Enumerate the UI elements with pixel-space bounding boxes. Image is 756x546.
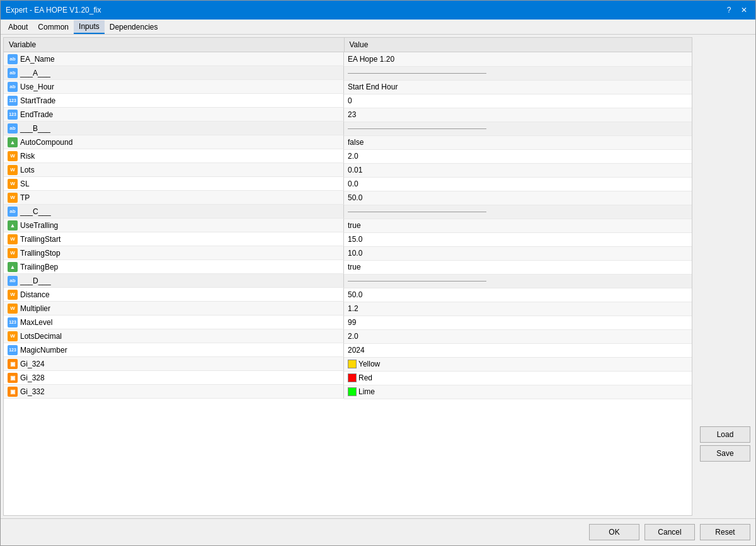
type-icon-123: 123 bbox=[8, 96, 18, 106]
table-row[interactable]: ab___D___ bbox=[4, 274, 692, 288]
type-icon-double: W bbox=[8, 165, 18, 175]
table-row[interactable]: ▣Gi_324Yellow bbox=[4, 357, 692, 371]
table-row[interactable]: ▣Gi_328Red bbox=[4, 371, 692, 385]
variable-value: Red bbox=[344, 371, 692, 385]
col-value-header: Value bbox=[344, 38, 692, 52]
variable-value: Lime bbox=[344, 385, 692, 399]
menu-item-about[interactable]: About bbox=[3, 20, 33, 34]
table-row[interactable]: abEA_NameEA Hope 1.20 bbox=[4, 52, 692, 67]
type-icon-ab: ab bbox=[8, 207, 18, 217]
variable-name: Gi_324 bbox=[20, 360, 340, 368]
table-row[interactable]: 123MagicNumber2024 bbox=[4, 343, 692, 357]
table-row[interactable]: WLotsDecimal2.0 bbox=[4, 329, 692, 343]
title-controls: ? ✕ bbox=[723, 4, 750, 16]
table-row[interactable]: WTrallingStart15.0 bbox=[4, 232, 692, 246]
variable-value: 15.0 bbox=[344, 232, 692, 246]
table-row[interactable]: 123EndTrade23 bbox=[4, 108, 692, 122]
variable-value: false bbox=[344, 135, 692, 149]
table-row[interactable]: WMultiplier1.2 bbox=[4, 302, 692, 316]
table-row[interactable]: ▲TrailingBeptrue bbox=[4, 260, 692, 274]
variable-name: Risk bbox=[20, 152, 340, 161]
type-icon-double: W bbox=[8, 304, 18, 314]
type-icon-color: ▣ bbox=[8, 387, 18, 397]
table-row[interactable]: abUse_HourStart End Hour bbox=[4, 80, 692, 94]
variable-value: 10.0 bbox=[344, 246, 692, 260]
variable-name: TrallingStop bbox=[20, 249, 340, 258]
table-row[interactable]: 123StartTrade0 bbox=[4, 94, 692, 108]
table-row[interactable]: ▲AutoCompoundfalse bbox=[4, 135, 692, 149]
side-buttons-area: Load Save bbox=[700, 426, 750, 462]
table-row[interactable]: ▲UseTrallingtrue bbox=[4, 219, 692, 232]
variable-name: TP bbox=[20, 193, 340, 202]
ok-button[interactable]: OK bbox=[589, 524, 639, 540]
variable-value: 2.0 bbox=[344, 149, 692, 163]
type-icon-ab: ab bbox=[8, 82, 18, 92]
variable-name: StartTrade bbox=[20, 96, 340, 105]
type-icon-bool: ▲ bbox=[8, 262, 18, 272]
type-icon-ab: ab bbox=[8, 276, 18, 286]
table-row[interactable]: ab___C___ bbox=[4, 205, 692, 219]
main-window: Expert - EA HOPE V1.20_fix ? ✕ AboutComm… bbox=[0, 0, 756, 546]
variable-value: 99 bbox=[344, 316, 692, 329]
type-icon-ab: ab bbox=[8, 123, 18, 134]
variable-name: ___A___ bbox=[20, 69, 340, 77]
variable-name: Gi_328 bbox=[20, 373, 340, 382]
variable-value bbox=[344, 274, 692, 288]
table-row[interactable]: WLots0.01 bbox=[4, 163, 692, 177]
col-variable-header: Variable bbox=[4, 38, 344, 52]
variable-name: Gi_332 bbox=[20, 387, 340, 396]
variable-name: ___C___ bbox=[20, 207, 340, 216]
table-row[interactable]: ▣Gi_332Lime bbox=[4, 385, 692, 399]
table-row[interactable]: WSL0.0 bbox=[4, 177, 692, 191]
type-icon-double: W bbox=[8, 331, 18, 341]
window-title: Expert - EA HOPE V1.20_fix bbox=[6, 6, 101, 14]
save-button[interactable]: Save bbox=[700, 445, 750, 462]
table-row[interactable]: WRisk2.0 bbox=[4, 149, 692, 163]
variable-name: MaxLevel bbox=[20, 318, 340, 327]
variable-name: TrailingBep bbox=[20, 263, 340, 271]
variable-name: ___D___ bbox=[20, 276, 340, 285]
type-icon-double: W bbox=[8, 248, 18, 258]
variable-name: LotsDecimal bbox=[20, 332, 340, 341]
variable-name: ___B___ bbox=[20, 124, 340, 133]
menu-item-inputs[interactable]: Inputs bbox=[74, 20, 105, 34]
table-body: abEA_NameEA Hope 1.20ab___A___abUse_Hour… bbox=[4, 52, 692, 399]
variable-value: EA Hope 1.20 bbox=[344, 52, 692, 67]
type-icon-double: W bbox=[8, 234, 18, 244]
main-layout: Variable Value abEA_NameEA Hope 1.20ab__… bbox=[1, 35, 755, 518]
close-button[interactable]: ✕ bbox=[738, 4, 750, 16]
type-icon-ab: ab bbox=[8, 54, 18, 64]
variable-value: 50.0 bbox=[344, 288, 692, 302]
variable-name: Distance bbox=[20, 290, 340, 299]
separator-line bbox=[348, 212, 486, 212]
separator-line bbox=[348, 73, 486, 74]
table-row[interactable]: ab___B___ bbox=[4, 122, 692, 135]
table-row[interactable]: WTrallingStop10.0 bbox=[4, 246, 692, 260]
menu-item-common[interactable]: Common bbox=[33, 20, 74, 34]
variable-value: Start End Hour bbox=[344, 80, 692, 94]
load-button[interactable]: Load bbox=[700, 426, 750, 443]
cancel-button[interactable]: Cancel bbox=[644, 524, 695, 540]
menu-item-dependencies[interactable]: Dependencies bbox=[105, 20, 163, 34]
variable-value: 2.0 bbox=[344, 329, 692, 343]
variable-value: 50.0 bbox=[344, 191, 692, 205]
variable-value: 0.0 bbox=[344, 177, 692, 191]
table-row[interactable]: WTP50.0 bbox=[4, 191, 692, 205]
table-header: Variable Value bbox=[4, 38, 692, 52]
variable-value bbox=[344, 66, 692, 80]
table-row[interactable]: 123MaxLevel99 bbox=[4, 316, 692, 329]
color-swatch bbox=[348, 373, 357, 382]
variable-name: MagicNumber bbox=[20, 346, 340, 355]
type-icon-double: W bbox=[8, 179, 18, 189]
table-row[interactable]: WDistance50.0 bbox=[4, 288, 692, 302]
variable-value bbox=[344, 205, 692, 219]
type-icon-double: W bbox=[8, 151, 18, 161]
reset-button[interactable]: Reset bbox=[700, 524, 750, 540]
variable-value bbox=[344, 122, 692, 135]
variable-name: Use_Hour bbox=[20, 82, 340, 91]
help-button[interactable]: ? bbox=[723, 4, 735, 16]
color-swatch bbox=[348, 387, 357, 396]
separator-line bbox=[348, 128, 486, 129]
variable-value: 0 bbox=[344, 94, 692, 108]
table-row[interactable]: ab___A___ bbox=[4, 66, 692, 80]
